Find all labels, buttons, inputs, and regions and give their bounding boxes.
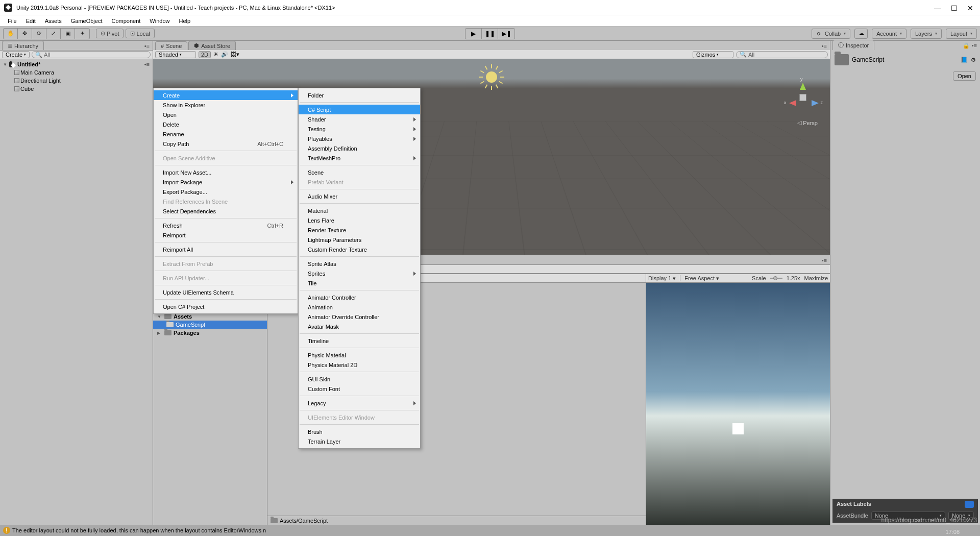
ctx-project-item[interactable]: Select Dependencies: [154, 206, 298, 216]
tab-hierarchy[interactable]: ≣Hierarchy: [2, 41, 44, 50]
ctx-project-item[interactable]: Reimport All: [154, 245, 298, 254]
scene-search[interactable]: 🔍All: [736, 51, 828, 58]
hierarchy-search[interactable]: 🔍All: [32, 51, 151, 58]
scale-slider[interactable]: [770, 278, 782, 279]
help-icon[interactable]: 📘: [961, 57, 968, 63]
ctx-create-item[interactable]: GUI Skin: [299, 374, 420, 384]
gizmos-dropdown[interactable]: Gizmos: [693, 51, 733, 58]
ctx-project-item[interactable]: Reimport: [154, 230, 298, 240]
axis-gizmo[interactable]: y x z: [785, 80, 821, 115]
persp-label[interactable]: ◁Persp: [797, 119, 818, 126]
menu-gameobject[interactable]: GameObject: [66, 16, 107, 26]
ctx-create-item[interactable]: Custom Render Texture: [299, 245, 420, 254]
go-directional-light[interactable]: Directional Light: [0, 77, 153, 85]
maximize-toggle[interactable]: Maximize: [804, 275, 828, 281]
ctx-create-item[interactable]: Physics Material 2D: [299, 360, 420, 370]
packages-folder[interactable]: ▶Packages: [153, 329, 267, 337]
pause-button[interactable]: ❚❚: [482, 29, 498, 39]
transform-tool[interactable]: ✦: [75, 29, 89, 39]
ctx-create-item[interactable]: Folder: [299, 90, 420, 100]
ctx-project-item[interactable]: Update UIElements Schema: [154, 287, 298, 297]
cloud-button[interactable]: ☁: [854, 29, 868, 39]
ctx-project-item[interactable]: Show in Explorer: [154, 100, 298, 110]
ctx-project-item[interactable]: Delete: [154, 119, 298, 129]
ctx-create-item[interactable]: Physic Material: [299, 350, 420, 360]
scene-row[interactable]: ▼Untitled*•≡: [0, 60, 153, 68]
pivot-toggle[interactable]: ⊙Pivot: [96, 29, 124, 38]
ctx-create-item[interactable]: Sprites: [299, 269, 420, 278]
menu-component[interactable]: Component: [107, 16, 145, 26]
ctx-create-item[interactable]: Tile: [299, 278, 420, 288]
ctx-project-item[interactable]: Import Package: [154, 177, 298, 187]
rotate-tool[interactable]: ⟳: [32, 29, 46, 39]
open-button[interactable]: Open: [953, 71, 976, 81]
audio-toggle-icon[interactable]: 🔊: [221, 51, 228, 58]
ctx-project-item[interactable]: Copy PathAlt+Ctrl+C: [154, 139, 298, 149]
ctx-create-item[interactable]: Assembly Definition: [299, 143, 420, 153]
ctx-create-item[interactable]: TextMeshPro: [299, 153, 420, 163]
panel-options-icon[interactable]: •≡: [972, 42, 977, 49]
ctx-create-item[interactable]: Timeline: [299, 336, 420, 346]
ctx-create-item[interactable]: Legacy: [299, 398, 420, 408]
collab-dropdown[interactable]: ⭘Collab: [812, 29, 850, 39]
lighting-toggle-icon[interactable]: ☀: [213, 51, 218, 58]
ctx-create-item[interactable]: Avatar Mask: [299, 322, 420, 331]
ctx-project-item[interactable]: RefreshCtrl+R: [154, 221, 298, 230]
ctx-create-item[interactable]: Brush: [299, 427, 420, 436]
menu-assets[interactable]: Assets: [40, 16, 66, 26]
hierarchy-create-dropdown[interactable]: Create: [2, 51, 30, 58]
game-display-dropdown[interactable]: Display 1 ▾: [648, 275, 676, 282]
game-aspect-dropdown[interactable]: Free Aspect ▾: [684, 275, 719, 282]
tab-scene[interactable]: #Scene: [155, 41, 187, 50]
panel-options-icon[interactable]: •≡: [144, 43, 150, 49]
menu-help[interactable]: Help: [174, 16, 195, 26]
go-cube[interactable]: Cube: [0, 85, 153, 93]
ctx-create-item[interactable]: Animation: [299, 302, 420, 312]
ctx-project-item[interactable]: Open: [154, 110, 298, 119]
ctx-create-item[interactable]: C# Script: [299, 105, 420, 114]
ctx-create-item[interactable]: Scene: [299, 167, 420, 177]
ctx-create-item[interactable]: Lightmap Parameters: [299, 235, 420, 245]
tab-inspector[interactable]: ⓘInspector: [832, 40, 874, 50]
ctx-create-item[interactable]: Lens Flare: [299, 215, 420, 225]
fx-toggle-icon[interactable]: 🖼▾: [231, 51, 239, 58]
minimize-button[interactable]: —: [934, 4, 941, 11]
ctx-project-item[interactable]: Rename: [154, 129, 298, 139]
close-button[interactable]: ✕: [967, 4, 974, 11]
ctx-create-item[interactable]: Playables: [299, 134, 420, 143]
play-button[interactable]: ▶: [465, 29, 482, 39]
menu-edit[interactable]: Edit: [21, 16, 40, 26]
ctx-create-item[interactable]: Animator Controller: [299, 293, 420, 302]
panel-options-icon[interactable]: •≡: [822, 43, 827, 49]
layers-dropdown[interactable]: Layers: [911, 29, 942, 39]
maximize-button[interactable]: ☐: [950, 4, 958, 11]
shading-mode-dropdown[interactable]: Shaded: [155, 51, 196, 58]
local-toggle[interactable]: ⊡Local: [126, 29, 154, 38]
lock-icon[interactable]: 🔒: [963, 42, 970, 49]
2d-toggle[interactable]: 2D: [199, 51, 211, 58]
layout-dropdown[interactable]: Layout: [946, 29, 977, 39]
settings-icon[interactable]: ⚙: [971, 57, 976, 63]
ctx-project-item[interactable]: Create: [154, 90, 298, 100]
label-tag-icon[interactable]: [965, 501, 974, 508]
menu-file[interactable]: File: [3, 16, 21, 26]
hand-tool[interactable]: ✋: [4, 29, 18, 39]
ctx-project-item[interactable]: Import New Asset...: [154, 167, 298, 177]
gamescript-folder[interactable]: GameScript: [153, 321, 267, 329]
panel-options-icon[interactable]: •≡: [822, 257, 827, 263]
ctx-create-item[interactable]: Shader: [299, 114, 420, 124]
ctx-create-item[interactable]: Terrain Layer: [299, 436, 420, 446]
ctx-create-item[interactable]: Custom Font: [299, 384, 420, 394]
ctx-create-item[interactable]: Render Texture: [299, 225, 420, 235]
ctx-create-item[interactable]: Audio Mixer: [299, 191, 420, 201]
ctx-create-item[interactable]: Sprite Atlas: [299, 259, 420, 269]
account-dropdown[interactable]: Account: [872, 29, 906, 39]
ctx-project-item[interactable]: Export Package...: [154, 187, 298, 197]
step-button[interactable]: ▶❚: [498, 29, 514, 39]
rect-tool[interactable]: ▣: [61, 29, 75, 39]
go-main-camera[interactable]: Main Camera: [0, 68, 153, 77]
ctx-project-item[interactable]: Open C# Project: [154, 302, 298, 311]
game-view[interactable]: [646, 283, 830, 525]
tab-asset-store[interactable]: ⬢Asset Store: [188, 41, 236, 50]
scale-tool[interactable]: ⤢: [46, 29, 61, 39]
